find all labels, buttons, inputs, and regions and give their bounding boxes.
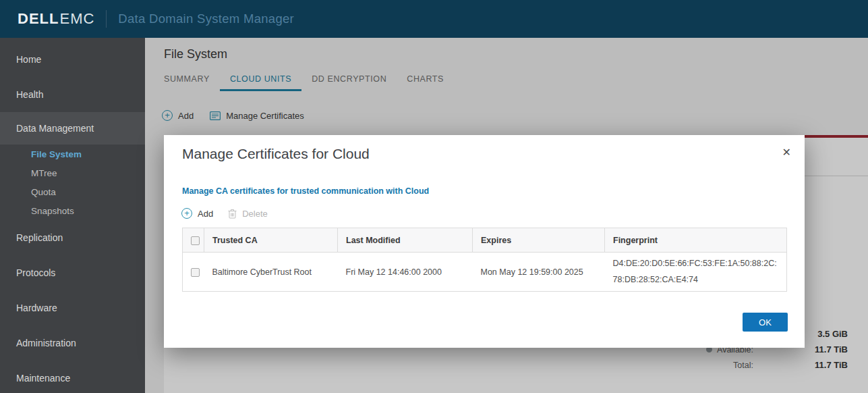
add-label: Add (198, 209, 213, 219)
sidebar-item-administration[interactable]: Administration (0, 325, 145, 361)
dialog-description: Manage CA certificates for trusted commu… (182, 186, 429, 196)
column-header-trusted-ca: Trusted CA (204, 228, 338, 253)
delete-certificate-button[interactable]: Delete (228, 209, 268, 219)
dialog-title: Manage Certificates for Cloud (182, 146, 370, 162)
column-header-fingerprint: Fingerprint (605, 228, 787, 253)
header-divider (106, 10, 107, 28)
top-header: DELL EMC Data Domain System Manager (0, 0, 868, 38)
logo-emc-text: EMC (59, 10, 94, 28)
logo-dell-text: DELL (18, 10, 59, 28)
app-title: Data Domain System Manager (118, 11, 294, 26)
certificates-table: Trusted CA Last Modified Expires Fingerp… (182, 228, 787, 292)
row-checkbox[interactable] (191, 268, 200, 277)
sidebar-item-health[interactable]: Health (0, 77, 145, 112)
sidebar-item-protocols[interactable]: Protocols (0, 255, 145, 290)
sidebar-item-mtree[interactable]: MTree (0, 163, 145, 182)
cell-expires: Mon May 12 19:59:00 2025 (473, 253, 605, 292)
cell-trusted-ca: Baltimore CyberTrust Root (204, 253, 338, 292)
table-header-row: Trusted CA Last Modified Expires Fingerp… (183, 228, 787, 253)
dell-emc-logo: DELL EMC (18, 10, 94, 28)
sidebar-item-file-system[interactable]: File System (0, 145, 145, 163)
close-icon[interactable]: ✕ (782, 146, 791, 159)
sidebar-item-quota[interactable]: Quota (0, 182, 145, 201)
delete-icon (228, 209, 237, 219)
sidebar-item-home[interactable]: Home (0, 42, 145, 77)
manage-certificates-dialog: Manage Certificates for Cloud ✕ Manage C… (164, 135, 805, 348)
delete-label: Delete (242, 209, 268, 219)
cell-last-modified: Fri May 12 14:46:00 2000 (338, 253, 473, 292)
sidebar-item-replication[interactable]: Replication (0, 220, 145, 255)
ok-button[interactable]: OK (743, 313, 788, 332)
app-screen: DELL EMC Data Domain System Manager Home… (0, 0, 868, 393)
cell-fingerprint: D4:DE:20:D0:5E:66:FC:53:FE:1A:50:88:2C:7… (605, 253, 787, 292)
sidebar: Home Health Data Management File System … (0, 38, 145, 393)
sidebar-item-maintenance[interactable]: Maintenance (0, 361, 145, 393)
sidebar-item-snapshots[interactable]: Snapshots (0, 201, 145, 220)
select-all-checkbox[interactable] (191, 236, 200, 245)
sidebar-item-data-management[interactable]: Data Management (0, 112, 145, 145)
column-header-expires: Expires (473, 228, 605, 253)
table-row[interactable]: Baltimore CyberTrust Root Fri May 12 14:… (183, 253, 787, 292)
certificates-toolbar: + Add Delete (181, 205, 268, 221)
sidebar-item-hardware[interactable]: Hardware (0, 290, 145, 325)
add-icon: + (181, 208, 192, 219)
add-certificate-button[interactable]: + Add (181, 208, 213, 219)
column-header-last-modified: Last Modified (338, 228, 473, 253)
